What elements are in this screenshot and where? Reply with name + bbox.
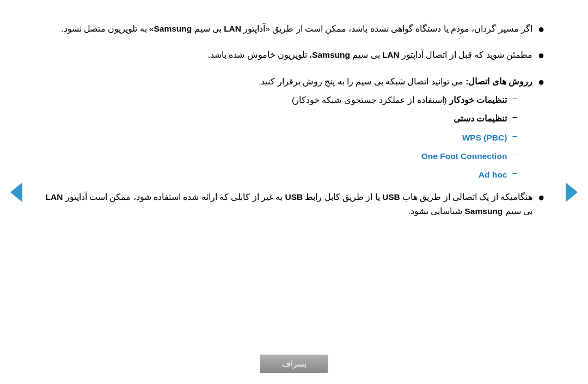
bullet-dot-3: ● bbox=[538, 76, 544, 88]
dash-text-2: تنظیمات دستی bbox=[454, 112, 507, 126]
bullet-item-1: ● اگر مسیر گردان، مودم یا دستگاه گواهی ن… bbox=[44, 22, 544, 36]
bullet-text-2: مطمئن شوید که قبل از اتصال آداپتور LAN ب… bbox=[208, 48, 532, 62]
dash-text-3: WPS (PBC) bbox=[462, 131, 507, 145]
dash-symbol-3: – bbox=[512, 131, 517, 141]
dash-text-1: تنظیمات خودکار (استفاده از عملکرد جستجوی… bbox=[292, 93, 507, 107]
bullet-text-4: هنگامیکه از یک اتصالی از طریق هاب USB یا… bbox=[44, 190, 532, 219]
dash-symbol-4: – bbox=[512, 149, 517, 159]
dash-text-4: One Foot Connection bbox=[421, 149, 507, 163]
bullet-dot-1: ● bbox=[538, 23, 544, 35]
right-arrow-icon bbox=[566, 182, 578, 202]
dash-symbol-5: – bbox=[512, 168, 517, 178]
bullet-item-4: ● هنگامیکه از یک اتصالی از طریق هاب USB … bbox=[44, 190, 544, 219]
left-arrow-icon bbox=[10, 182, 22, 202]
bullet-item-3: ● رروش های اتصال: می توانید اتصال شبکه ب… bbox=[44, 75, 544, 89]
nav-arrow-left[interactable] bbox=[8, 179, 24, 206]
content-area: ● اگر مسیر گردان، مودم یا دستگاه گواهی ن… bbox=[44, 16, 544, 218]
dash-section: – تنظیمات خودکار (استفاده از عملکرد جستج… bbox=[44, 93, 517, 182]
dash-symbol-1: – bbox=[512, 93, 517, 103]
dash-item-4: – One Foot Connection bbox=[44, 149, 517, 163]
dash-item-1: – تنظیمات خودکار (استفاده از عملکرد جستج… bbox=[44, 93, 517, 107]
dash-item-5: – Ad hoc bbox=[44, 168, 517, 182]
bullet-text-1: اگر مسیر گردان، مودم یا دستگاه گواهی نشد… bbox=[61, 22, 532, 36]
dash-item-2: – تنظیمات دستی bbox=[44, 112, 517, 126]
nav-arrow-right[interactable] bbox=[564, 179, 580, 206]
back-button[interactable]: بسراف bbox=[260, 355, 328, 373]
bullet-item-2: ● مطمئن شوید که قبل از اتصال آداپتور LAN… bbox=[44, 48, 544, 62]
bullet-dot-2: ● bbox=[538, 49, 544, 62]
bullet-text-3: رروش های اتصال: می توانید اتصال شبکه بی … bbox=[259, 75, 532, 89]
bullet-dot-4: ● bbox=[538, 191, 544, 204]
page-container: ● اگر مسیر گردان، مودم یا دستگاه گواهی ن… bbox=[0, 0, 588, 384]
dash-symbol-2: – bbox=[512, 112, 517, 121]
dash-item-3: – WPS (PBC) bbox=[44, 131, 517, 145]
dash-text-5: Ad hoc bbox=[479, 168, 507, 182]
bottom-button-area: بسراف bbox=[260, 355, 328, 373]
